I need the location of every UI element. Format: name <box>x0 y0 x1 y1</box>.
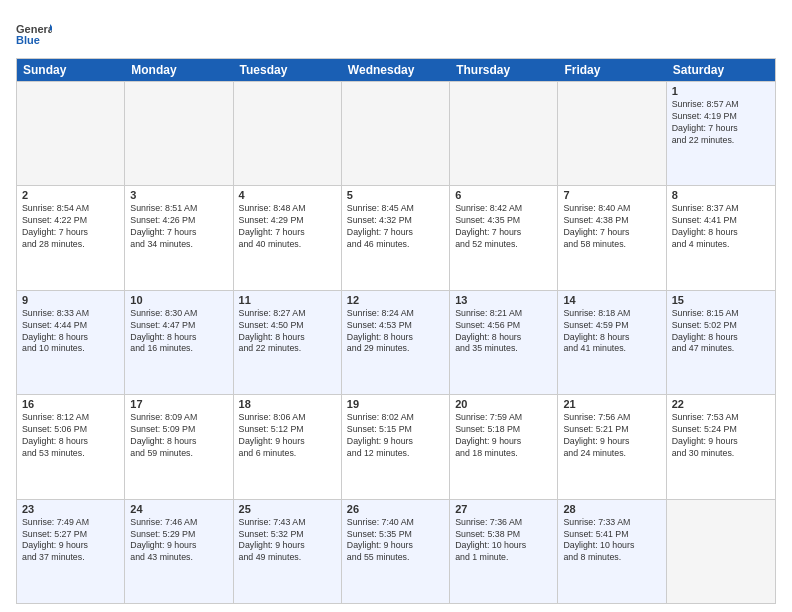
svg-text:Blue: Blue <box>16 34 40 46</box>
day-cell-13: 13Sunrise: 8:21 AM Sunset: 4:56 PM Dayli… <box>450 291 558 394</box>
empty-cell-0-2 <box>234 82 342 185</box>
day-number-23: 23 <box>22 503 119 515</box>
day-cell-6: 6Sunrise: 8:42 AM Sunset: 4:35 PM Daylig… <box>450 186 558 289</box>
day-cell-20: 20Sunrise: 7:59 AM Sunset: 5:18 PM Dayli… <box>450 395 558 498</box>
day-number-16: 16 <box>22 398 119 410</box>
day-info-25: Sunrise: 7:43 AM Sunset: 5:32 PM Dayligh… <box>239 517 336 565</box>
day-cell-2: 2Sunrise: 8:54 AM Sunset: 4:22 PM Daylig… <box>17 186 125 289</box>
day-number-24: 24 <box>130 503 227 515</box>
header-day-friday: Friday <box>558 59 666 81</box>
calendar-row-3: 16Sunrise: 8:12 AM Sunset: 5:06 PM Dayli… <box>17 394 775 498</box>
day-number-21: 21 <box>563 398 660 410</box>
calendar-row-2: 9Sunrise: 8:33 AM Sunset: 4:44 PM Daylig… <box>17 290 775 394</box>
day-info-12: Sunrise: 8:24 AM Sunset: 4:53 PM Dayligh… <box>347 308 444 356</box>
day-info-24: Sunrise: 7:46 AM Sunset: 5:29 PM Dayligh… <box>130 517 227 565</box>
calendar-row-1: 2Sunrise: 8:54 AM Sunset: 4:22 PM Daylig… <box>17 185 775 289</box>
empty-cell-0-0 <box>17 82 125 185</box>
day-number-9: 9 <box>22 294 119 306</box>
day-cell-14: 14Sunrise: 8:18 AM Sunset: 4:59 PM Dayli… <box>558 291 666 394</box>
day-info-18: Sunrise: 8:06 AM Sunset: 5:12 PM Dayligh… <box>239 412 336 460</box>
day-info-10: Sunrise: 8:30 AM Sunset: 4:47 PM Dayligh… <box>130 308 227 356</box>
day-info-19: Sunrise: 8:02 AM Sunset: 5:15 PM Dayligh… <box>347 412 444 460</box>
day-cell-1: 1Sunrise: 8:57 AM Sunset: 4:19 PM Daylig… <box>667 82 775 185</box>
day-number-22: 22 <box>672 398 770 410</box>
day-number-12: 12 <box>347 294 444 306</box>
empty-cell-0-1 <box>125 82 233 185</box>
day-number-19: 19 <box>347 398 444 410</box>
day-number-1: 1 <box>672 85 770 97</box>
day-cell-10: 10Sunrise: 8:30 AM Sunset: 4:47 PM Dayli… <box>125 291 233 394</box>
day-info-16: Sunrise: 8:12 AM Sunset: 5:06 PM Dayligh… <box>22 412 119 460</box>
day-number-4: 4 <box>239 189 336 201</box>
day-number-7: 7 <box>563 189 660 201</box>
day-number-11: 11 <box>239 294 336 306</box>
day-info-15: Sunrise: 8:15 AM Sunset: 5:02 PM Dayligh… <box>672 308 770 356</box>
page: General Blue SundayMondayTuesdayWednesda… <box>0 0 792 612</box>
day-info-27: Sunrise: 7:36 AM Sunset: 5:38 PM Dayligh… <box>455 517 552 565</box>
header: General Blue <box>16 16 776 52</box>
day-cell-22: 22Sunrise: 7:53 AM Sunset: 5:24 PM Dayli… <box>667 395 775 498</box>
empty-cell-0-5 <box>558 82 666 185</box>
calendar-header: SundayMondayTuesdayWednesdayThursdayFrid… <box>17 59 775 81</box>
day-cell-12: 12Sunrise: 8:24 AM Sunset: 4:53 PM Dayli… <box>342 291 450 394</box>
day-number-28: 28 <box>563 503 660 515</box>
day-cell-25: 25Sunrise: 7:43 AM Sunset: 5:32 PM Dayli… <box>234 500 342 603</box>
empty-cell-4-6 <box>667 500 775 603</box>
day-info-2: Sunrise: 8:54 AM Sunset: 4:22 PM Dayligh… <box>22 203 119 251</box>
day-info-6: Sunrise: 8:42 AM Sunset: 4:35 PM Dayligh… <box>455 203 552 251</box>
day-cell-17: 17Sunrise: 8:09 AM Sunset: 5:09 PM Dayli… <box>125 395 233 498</box>
day-info-14: Sunrise: 8:18 AM Sunset: 4:59 PM Dayligh… <box>563 308 660 356</box>
day-cell-18: 18Sunrise: 8:06 AM Sunset: 5:12 PM Dayli… <box>234 395 342 498</box>
day-cell-26: 26Sunrise: 7:40 AM Sunset: 5:35 PM Dayli… <box>342 500 450 603</box>
day-info-9: Sunrise: 8:33 AM Sunset: 4:44 PM Dayligh… <box>22 308 119 356</box>
day-cell-8: 8Sunrise: 8:37 AM Sunset: 4:41 PM Daylig… <box>667 186 775 289</box>
day-number-10: 10 <box>130 294 227 306</box>
day-info-13: Sunrise: 8:21 AM Sunset: 4:56 PM Dayligh… <box>455 308 552 356</box>
header-day-saturday: Saturday <box>667 59 775 81</box>
day-info-3: Sunrise: 8:51 AM Sunset: 4:26 PM Dayligh… <box>130 203 227 251</box>
day-number-25: 25 <box>239 503 336 515</box>
day-cell-7: 7Sunrise: 8:40 AM Sunset: 4:38 PM Daylig… <box>558 186 666 289</box>
day-number-5: 5 <box>347 189 444 201</box>
day-cell-19: 19Sunrise: 8:02 AM Sunset: 5:15 PM Dayli… <box>342 395 450 498</box>
day-cell-21: 21Sunrise: 7:56 AM Sunset: 5:21 PM Dayli… <box>558 395 666 498</box>
header-day-thursday: Thursday <box>450 59 558 81</box>
day-info-28: Sunrise: 7:33 AM Sunset: 5:41 PM Dayligh… <box>563 517 660 565</box>
header-day-sunday: Sunday <box>17 59 125 81</box>
day-info-17: Sunrise: 8:09 AM Sunset: 5:09 PM Dayligh… <box>130 412 227 460</box>
calendar-body: 1Sunrise: 8:57 AM Sunset: 4:19 PM Daylig… <box>17 81 775 603</box>
day-info-1: Sunrise: 8:57 AM Sunset: 4:19 PM Dayligh… <box>672 99 770 147</box>
day-cell-28: 28Sunrise: 7:33 AM Sunset: 5:41 PM Dayli… <box>558 500 666 603</box>
logo-svg: General Blue <box>16 16 52 52</box>
header-day-monday: Monday <box>125 59 233 81</box>
day-number-6: 6 <box>455 189 552 201</box>
empty-cell-0-3 <box>342 82 450 185</box>
day-cell-11: 11Sunrise: 8:27 AM Sunset: 4:50 PM Dayli… <box>234 291 342 394</box>
day-cell-23: 23Sunrise: 7:49 AM Sunset: 5:27 PM Dayli… <box>17 500 125 603</box>
day-info-26: Sunrise: 7:40 AM Sunset: 5:35 PM Dayligh… <box>347 517 444 565</box>
day-number-15: 15 <box>672 294 770 306</box>
day-info-4: Sunrise: 8:48 AM Sunset: 4:29 PM Dayligh… <box>239 203 336 251</box>
day-cell-15: 15Sunrise: 8:15 AM Sunset: 5:02 PM Dayli… <box>667 291 775 394</box>
day-cell-3: 3Sunrise: 8:51 AM Sunset: 4:26 PM Daylig… <box>125 186 233 289</box>
day-cell-9: 9Sunrise: 8:33 AM Sunset: 4:44 PM Daylig… <box>17 291 125 394</box>
day-cell-16: 16Sunrise: 8:12 AM Sunset: 5:06 PM Dayli… <box>17 395 125 498</box>
day-number-8: 8 <box>672 189 770 201</box>
calendar: SundayMondayTuesdayWednesdayThursdayFrid… <box>16 58 776 604</box>
day-info-22: Sunrise: 7:53 AM Sunset: 5:24 PM Dayligh… <box>672 412 770 460</box>
day-number-26: 26 <box>347 503 444 515</box>
day-number-3: 3 <box>130 189 227 201</box>
day-cell-24: 24Sunrise: 7:46 AM Sunset: 5:29 PM Dayli… <box>125 500 233 603</box>
calendar-row-0: 1Sunrise: 8:57 AM Sunset: 4:19 PM Daylig… <box>17 81 775 185</box>
day-cell-5: 5Sunrise: 8:45 AM Sunset: 4:32 PM Daylig… <box>342 186 450 289</box>
day-info-23: Sunrise: 7:49 AM Sunset: 5:27 PM Dayligh… <box>22 517 119 565</box>
day-cell-27: 27Sunrise: 7:36 AM Sunset: 5:38 PM Dayli… <box>450 500 558 603</box>
day-info-11: Sunrise: 8:27 AM Sunset: 4:50 PM Dayligh… <box>239 308 336 356</box>
day-number-13: 13 <box>455 294 552 306</box>
day-number-18: 18 <box>239 398 336 410</box>
day-number-14: 14 <box>563 294 660 306</box>
day-info-20: Sunrise: 7:59 AM Sunset: 5:18 PM Dayligh… <box>455 412 552 460</box>
empty-cell-0-4 <box>450 82 558 185</box>
day-number-2: 2 <box>22 189 119 201</box>
day-number-17: 17 <box>130 398 227 410</box>
